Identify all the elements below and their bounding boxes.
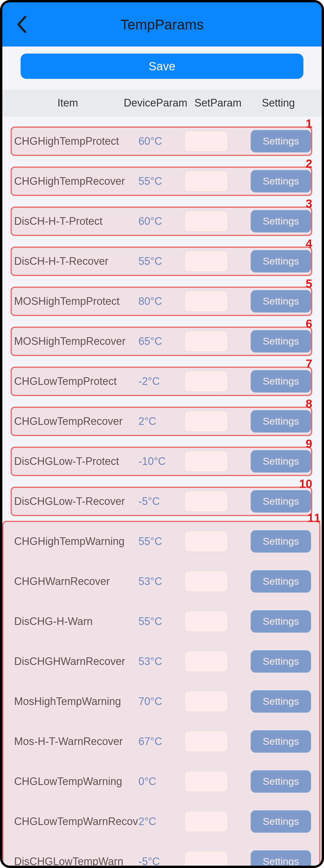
param-name: Mos-H-T-WarnRecover xyxy=(12,735,139,748)
param-name: DisCHGLow-T-Protect xyxy=(12,455,139,468)
setparam-input[interactable] xyxy=(184,131,228,152)
column-header: Item DeviceParam SetParam Setting xyxy=(2,89,322,117)
settings-button[interactable]: Settings xyxy=(251,810,311,833)
settings-button[interactable]: Settings xyxy=(251,570,311,593)
setparam-input[interactable] xyxy=(184,851,228,866)
save-button[interactable]: Save xyxy=(21,54,303,79)
device-value: 65°C xyxy=(139,335,177,347)
table-row: CHGHighTempWarning55°CSettings xyxy=(10,523,314,560)
rows-container: CHGHighTempProtect60°CSettings1CHGHighTe… xyxy=(2,117,322,866)
setparam-input[interactable] xyxy=(184,491,228,512)
setparam-input[interactable] xyxy=(184,411,228,432)
settings-button[interactable]: Settings xyxy=(251,130,311,152)
device-value: -5°C xyxy=(139,855,177,866)
device-value: -5°C xyxy=(139,495,177,507)
device-value: 55°C xyxy=(139,615,177,628)
header-bar: TempParams xyxy=(2,2,322,46)
setparam-input[interactable] xyxy=(184,211,228,232)
table-row: DisCH-H-T-Protect60°CSettings3 xyxy=(10,203,314,240)
table-row: CHGLowTempWarnRecover2°CSettings xyxy=(10,803,314,840)
table-row: DisCH-H-T-Recover55°CSettings4 xyxy=(10,243,314,280)
param-name: CHGLowTempRecover xyxy=(12,415,139,428)
device-value: 60°C xyxy=(139,135,177,147)
col-setting: Setting xyxy=(244,97,312,109)
param-name: CHGHWarnRecover xyxy=(12,575,139,588)
device-value: 2°C xyxy=(139,815,177,828)
table-row: MOSHighTempRecover65°CSettings6 xyxy=(10,322,314,360)
settings-button[interactable]: Settings xyxy=(251,210,311,232)
settings-button[interactable]: Settings xyxy=(251,370,311,393)
param-name: CHGHighTempRecover xyxy=(12,175,139,187)
table-row: DisCHG-H-Warn55°CSettings xyxy=(10,602,314,640)
settings-button[interactable]: Settings xyxy=(251,410,311,433)
setparam-input[interactable] xyxy=(184,771,228,792)
settings-button[interactable]: Settings xyxy=(251,690,311,713)
setparam-input[interactable] xyxy=(184,331,228,352)
setparam-input[interactable] xyxy=(184,611,228,632)
device-value: 60°C xyxy=(139,215,177,227)
settings-button[interactable]: Settings xyxy=(251,170,311,192)
device-value: 0°C xyxy=(139,775,177,788)
param-name: DisCHGLowTempWarn xyxy=(12,855,139,866)
col-device: DeviceParam xyxy=(124,97,195,109)
setparam-input[interactable] xyxy=(184,291,228,312)
param-name: CHGLowTempWarning xyxy=(12,775,139,788)
settings-button[interactable]: Settings xyxy=(251,490,311,513)
setparam-input[interactable] xyxy=(184,531,228,552)
device-value: 55°C xyxy=(139,255,177,268)
settings-button[interactable]: Settings xyxy=(251,250,311,273)
table-row: DisCHGLow-T-Protect-10°CSettings9 xyxy=(10,442,314,480)
setparam-input[interactable] xyxy=(184,371,228,392)
setparam-input[interactable] xyxy=(184,651,228,672)
back-icon[interactable] xyxy=(15,16,28,33)
settings-button[interactable]: Settings xyxy=(251,610,311,632)
settings-button[interactable]: Settings xyxy=(251,650,311,673)
param-name: CHGHighTempWarning xyxy=(12,535,139,548)
setparam-input[interactable] xyxy=(184,811,228,832)
settings-button[interactable]: Settings xyxy=(251,730,311,753)
device-value: 53°C xyxy=(139,655,177,668)
page-title: TempParams xyxy=(2,17,322,33)
param-name: DisCHGHWarnRecover xyxy=(12,655,139,668)
settings-button[interactable]: Settings xyxy=(251,530,311,553)
settings-button[interactable]: Settings xyxy=(251,770,311,793)
param-name: DisCHGLow-T-Recover xyxy=(12,495,139,507)
app-frame: TempParams Save Item DeviceParam SetPara… xyxy=(0,0,324,868)
param-name: CHGHighTempProtect xyxy=(12,135,139,147)
setparam-input[interactable] xyxy=(184,691,228,712)
param-name: MosHighTempWarning xyxy=(12,695,139,708)
table-row: Mos-H-T-WarnRecover67°CSettings xyxy=(10,723,314,760)
device-value: 70°C xyxy=(139,695,177,708)
table-row: MosHighTempWarning70°CSettings xyxy=(10,683,314,720)
device-value: 55°C xyxy=(139,535,177,548)
device-value: -2°C xyxy=(139,375,177,388)
param-name: MOSHighTempRecover xyxy=(12,335,139,347)
setparam-input[interactable] xyxy=(184,251,228,272)
table-row: DisCHGHWarnRecover53°CSettings xyxy=(10,643,314,680)
setparam-input[interactable] xyxy=(184,170,228,192)
device-value: 55°C xyxy=(139,175,177,187)
save-bar: Save xyxy=(2,46,322,89)
settings-button[interactable]: Settings xyxy=(251,330,311,352)
device-value: -10°C xyxy=(139,455,177,468)
setparam-input[interactable] xyxy=(184,451,228,472)
settings-button[interactable]: Settings xyxy=(251,850,311,866)
table-row: CHGLowTempRecover2°CSettings8 xyxy=(10,403,314,440)
col-item: Item xyxy=(12,97,124,109)
param-name: CHGLowTempProtect xyxy=(12,375,139,388)
table-row: CHGHighTempProtect60°CSettings1 xyxy=(10,122,314,160)
settings-button[interactable]: Settings xyxy=(251,450,311,472)
param-name: CHGLowTempWarnRecover xyxy=(12,815,139,828)
table-row: CHGHWarnRecover53°CSettings xyxy=(10,563,314,600)
table-row: DisCHGLowTempWarn-5°CSettings xyxy=(10,843,314,866)
setparam-input[interactable] xyxy=(184,731,228,752)
device-value: 80°C xyxy=(139,295,177,308)
table-row: MOSHighTempProtect80°CSettings5 xyxy=(10,282,314,320)
param-name: MOSHighTempProtect xyxy=(12,295,139,308)
device-value: 53°C xyxy=(139,575,177,588)
settings-button[interactable]: Settings xyxy=(251,290,311,312)
device-value: 2°C xyxy=(139,415,177,428)
device-value: 67°C xyxy=(139,735,177,748)
col-set: SetParam xyxy=(195,97,244,109)
setparam-input[interactable] xyxy=(184,571,228,592)
